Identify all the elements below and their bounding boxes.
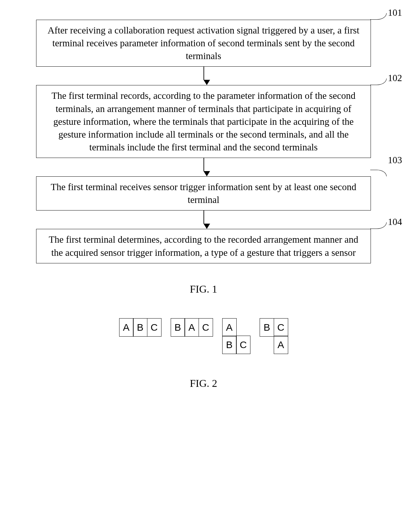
flowchart-fig1: 101 After receiving a collaboration requ… [36,20,371,263]
terminal-cell: A [222,318,237,337]
terminal-cell: C [274,318,288,337]
step-label-101: 101 [388,7,402,18]
fig2-caption: FIG. 2 [16,377,391,389]
terminal-cell: A [119,318,134,337]
flow-step-text: The first terminal receives sensor trigg… [51,182,356,205]
flow-step-text: The first terminal determines, according… [49,234,358,257]
fig1-caption: FIG. 1 [16,283,391,295]
page-container: 101 After receiving a collaboration requ… [0,0,407,416]
terminal-cell: A [184,318,199,337]
terminal-cell: B [171,318,185,337]
terminal-cell: B [260,318,274,337]
flow-step-103: The first terminal receives sensor trigg… [36,176,371,211]
empty-cell [260,336,274,354]
terminal-cell: B [222,336,237,354]
step-label-104: 104 [388,216,402,227]
step-label-103: 103 [388,155,402,166]
arrangement-1: A B C [119,318,161,337]
terminal-cell: C [199,318,213,337]
fig2-arrangements: A B C B A C A B C B [16,318,391,355]
flow-step-102: The first terminal records, according to… [36,85,371,158]
terminal-cell: C [147,318,161,337]
terminal-cell: C [236,336,250,354]
terminal-cell: A [274,336,288,354]
arrangement-4: B C A [260,318,288,355]
arrangement-2: B A C [171,318,213,337]
terminal-cell: B [133,318,147,337]
step-label-102: 102 [388,73,402,83]
arrangement-3: A B C [222,318,251,354]
flow-step-104: The first terminal determines, according… [36,229,371,263]
flow-step-text: The first terminal records, according to… [52,90,355,152]
flow-step-text: After receiving a collaboration request … [48,25,359,61]
flow-step-101: After receiving a collaboration request … [36,20,371,67]
